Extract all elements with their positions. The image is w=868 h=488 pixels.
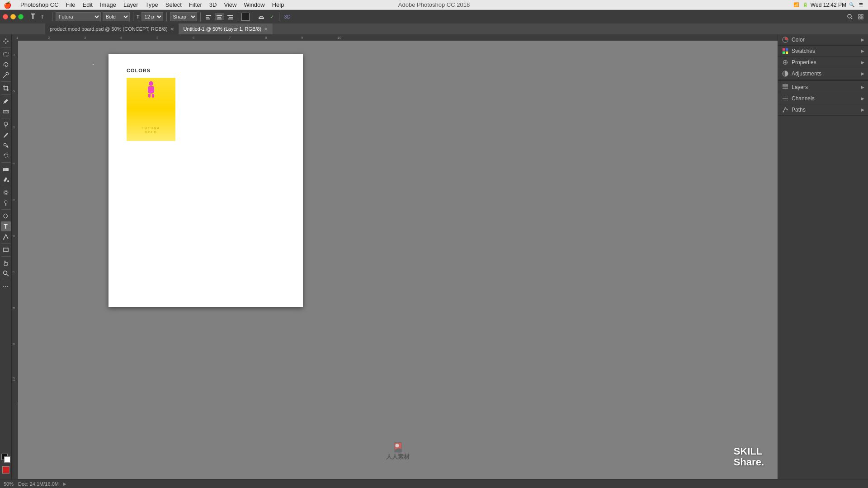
svg-text:5: 5 (12, 198, 16, 201)
left-toolbar-separator-2 (1, 81, 10, 82)
menu-type[interactable]: Type (142, 1, 162, 8)
svg-marker-19 (4, 41, 5, 42)
font-family-select[interactable]: Futura (56, 12, 101, 21)
menu-3d[interactable]: 3D (206, 1, 221, 8)
clone-stamp-button[interactable] (1, 141, 11, 150)
layers-panel-label: Layers (792, 84, 808, 90)
expand-icon[interactable]: ▶ (63, 482, 66, 486)
minimize-window-button[interactable] (10, 14, 16, 19)
magic-wand-tool-button[interactable] (1, 70, 11, 80)
extra-tools-button[interactable]: ··· (1, 282, 11, 291)
font-size-select[interactable]: 12 pt (142, 12, 163, 21)
anti-alias-select[interactable]: Sharp (170, 12, 197, 21)
svg-rect-21 (4, 52, 8, 56)
svg-text:5: 5 (156, 36, 159, 40)
menu-layer[interactable]: Layer (120, 1, 142, 8)
eyedropper-tool-button[interactable] (1, 96, 11, 106)
healing-brush-button[interactable] (1, 120, 11, 130)
tab-close-icon[interactable]: ✕ (170, 27, 174, 32)
tab-close-active-icon[interactable]: ✕ (264, 27, 268, 32)
rectangular-marquee-tool-button[interactable] (1, 49, 11, 59)
spotlight-icon[interactable]: 🔍 (848, 1, 855, 9)
panel-layers[interactable]: Layers ▶ (778, 82, 868, 93)
dodge-tool-button[interactable] (1, 198, 11, 208)
toolbar-right-controls (845, 13, 865, 20)
left-toolbar-separator-10 (1, 280, 10, 280)
brush-tool-button[interactable] (1, 130, 11, 140)
commit-button[interactable]: ✓ (268, 13, 276, 21)
menu-window[interactable]: Window (240, 1, 268, 8)
window-controls (3, 14, 24, 19)
apple-logo-icon[interactable]: 🍎 (4, 1, 11, 9)
notification-icon[interactable]: ☰ (857, 1, 864, 9)
background-swatch[interactable] (4, 456, 10, 463)
panel-color[interactable]: Color ▶ (778, 34, 868, 46)
menu-select[interactable]: Select (162, 1, 185, 8)
paint-bucket-button[interactable] (1, 174, 11, 184)
menu-help[interactable]: Help (269, 1, 288, 8)
blur-tool-button[interactable] (1, 188, 11, 197)
foreground-background-swatches[interactable] (1, 454, 10, 463)
crop-tool-button[interactable] (1, 83, 11, 93)
menu-view[interactable]: View (220, 1, 240, 8)
svg-text:9: 9 (301, 36, 303, 40)
svg-line-12 (851, 18, 852, 19)
tab-label: Untitled-1 @ 50% (Layer 1, RGB/8) (184, 26, 262, 32)
svg-rect-47 (12, 34, 778, 41)
3d-button[interactable]: 3D (283, 13, 292, 20)
panel-properties[interactable]: Properties ▶ (778, 57, 868, 68)
close-window-button[interactable] (3, 14, 8, 19)
align-center-button[interactable] (215, 13, 224, 20)
path-selection-button[interactable] (1, 232, 11, 242)
pen-tool-button[interactable] (1, 211, 11, 221)
menu-file[interactable]: File (62, 1, 79, 8)
paths-panel-label: Paths (792, 107, 806, 113)
text-tool-icon[interactable]: T (29, 13, 37, 21)
maximize-window-button[interactable] (18, 14, 24, 19)
layers-panel-icon (782, 84, 789, 91)
menu-filter[interactable]: Filter (185, 1, 206, 8)
right-panel-separator (778, 80, 868, 81)
menu-edit[interactable]: Edit (79, 1, 96, 8)
left-toolbar-separator-4 (1, 118, 10, 118)
tab-untitled[interactable]: Untitled-1 @ 50% (Layer 1, RGB/8) ✕ (179, 23, 273, 34)
clock: Wed 12:42 PM (811, 2, 846, 8)
panel-channels[interactable]: Channels ▶ (778, 93, 868, 104)
search-button[interactable] (845, 13, 854, 20)
history-brush-button[interactable] (1, 151, 11, 161)
watermark-text: 人人素材 (386, 453, 410, 461)
arrange-button[interactable] (856, 13, 865, 20)
figure-legs (146, 94, 156, 98)
mac-menu-bar: 🍎 Photoshop CC File Edit Image Layer Typ… (0, 0, 868, 10)
svg-rect-4 (217, 15, 222, 16)
eraser-tool-button[interactable] (1, 164, 11, 174)
panel-swatches[interactable]: Swatches ▶ (778, 46, 868, 57)
menu-image[interactable]: Image (96, 1, 120, 8)
tab-product-mood-board[interactable]: product mood board.psd @ 50% (CONCEPT, R… (45, 23, 179, 34)
warp-text-button[interactable] (256, 13, 266, 21)
hand-tool-button[interactable] (1, 258, 11, 268)
ruler-tool-button[interactable] (1, 107, 11, 117)
rectangle-tool-button[interactable] (1, 245, 11, 255)
toggle-orientation-button[interactable]: T (39, 13, 49, 21)
font-style-select[interactable]: Bold (103, 12, 130, 21)
quick-mask-button[interactable] (2, 466, 9, 474)
figure-head (149, 81, 153, 86)
svg-rect-79 (783, 86, 788, 87)
document-canvas: COLORS (108, 54, 303, 307)
svg-text:3: 3 (84, 36, 86, 40)
type-tool-button[interactable]: T (1, 221, 11, 231)
panel-adjustments[interactable]: Adjustments ▶ (778, 68, 868, 80)
colors-label: COLORS (127, 68, 289, 73)
zoom-tool-button[interactable] (1, 268, 11, 278)
text-color-swatch[interactable] (241, 13, 250, 21)
canvas-with-rulers: 1 2 3 4 5 6 7 8 9 10 1 2 3 4 (12, 34, 778, 479)
align-left-button[interactable] (204, 13, 213, 20)
channels-panel-icon (782, 95, 789, 102)
align-right-button[interactable] (226, 13, 235, 20)
lasso-tool-button[interactable] (1, 60, 11, 70)
move-tool-button[interactable] (1, 36, 11, 46)
panel-paths[interactable]: Paths ▶ (778, 104, 868, 116)
swatches-panel-label: Swatches (792, 48, 815, 54)
menu-photoshop[interactable]: Photoshop CC (17, 1, 62, 8)
